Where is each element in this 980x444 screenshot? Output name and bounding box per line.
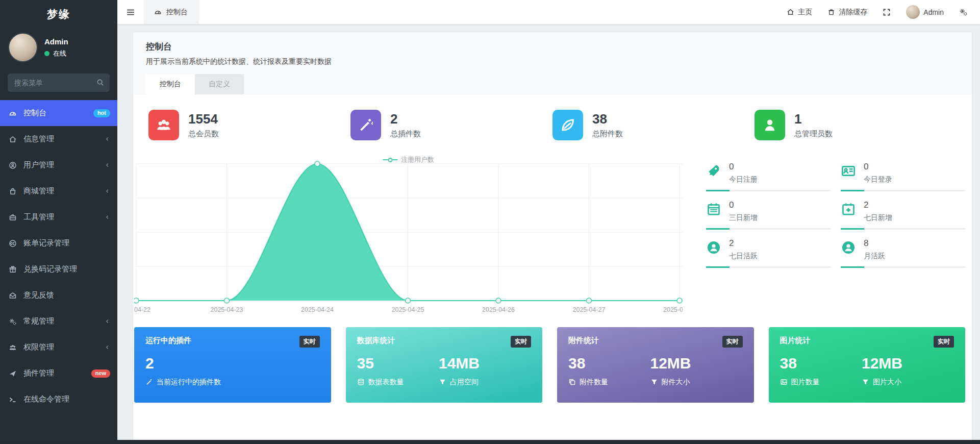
stat-label: 总插件数 — [390, 129, 421, 139]
avatar[interactable] — [8, 33, 38, 62]
divider — [706, 266, 831, 268]
realtime-cards: 运行中的插件 实时 2 当前运行中的插件数 — [134, 327, 965, 403]
user-circle-icon — [841, 238, 856, 255]
clear-cache-button[interactable]: 清除缓存 — [827, 8, 867, 17]
sidebar-item-feedback[interactable]: 意见反馈 — [0, 282, 117, 308]
tab-dashboard[interactable]: 控制台 — [146, 74, 195, 94]
user-circle-icon — [706, 238, 721, 255]
svg-text:04-22: 04-22 — [134, 306, 150, 313]
cogs-icon — [959, 8, 968, 16]
mini-label: 三日新增 — [729, 213, 758, 223]
mini-value: 0 — [729, 162, 758, 172]
magic-wand-icon — [145, 378, 153, 386]
sidebar-item-label: 在线命令管理 — [23, 394, 69, 404]
sidebar-item-label: 账单记录管理 — [23, 238, 69, 248]
stat-total-members: 1554 总会员数 — [148, 110, 350, 140]
main-area: 控制台 主页 清除缓存 Admin 控 — [117, 0, 980, 444]
mini-stat-monthly-active: 8 月活跃 — [841, 235, 965, 274]
mini-value: 8 — [864, 238, 885, 249]
area-chart-canvas: 04-222025-04-232025-04-242025-04-252025-… — [134, 158, 683, 315]
metric-value: 2 — [145, 354, 320, 373]
new-badge: new — [91, 369, 110, 378]
id-card-icon — [841, 162, 856, 179]
stat-value: 38 — [592, 111, 623, 127]
sidebar-item-general[interactable]: 常规管理 — [0, 308, 117, 334]
sidebar-item-label: 信息管理 — [23, 134, 54, 144]
sidebar-item-mall[interactable]: 商城管理 — [0, 178, 117, 204]
user-icon — [9, 161, 17, 169]
bill-cc-icon — [9, 239, 17, 248]
chart-row: 注册用户数 04-222025-04-232025-04-242025-04-2… — [133, 158, 972, 315]
hot-badge: hot — [93, 109, 110, 117]
topbar-user-menu[interactable]: Admin — [906, 5, 944, 19]
divider — [841, 228, 965, 230]
metric-value: 38 — [568, 354, 650, 373]
sidebar-toggle-button[interactable] — [117, 0, 144, 24]
legend-item[interactable]: 注册用户数 — [383, 155, 434, 164]
chevron-left-icon — [105, 344, 110, 350]
gift-icon — [9, 265, 17, 274]
card-running-plugins: 运行中的插件 实时 2 当前运行中的插件数 — [134, 327, 331, 403]
chevron-left-icon — [105, 188, 110, 194]
home-label: 主页 — [798, 8, 812, 17]
sidebar-item-permissions[interactable]: 权限管理 — [0, 334, 117, 360]
chevron-left-icon — [105, 214, 110, 220]
mini-stat-three-day-new: 0 三日新增 — [706, 197, 831, 235]
realtime-badge: 实时 — [299, 336, 320, 348]
sidebar-item-redeem-codes[interactable]: 兑换码记录管理 — [0, 256, 117, 282]
members-icon — [148, 110, 179, 140]
calendar-icon — [706, 200, 721, 217]
sidebar-item-label: 意见反馈 — [23, 290, 54, 300]
sidebar-menu: 控制台 hot 信息管理 用户管理 商城管理 工具管理 账单记录管理 — [0, 100, 117, 444]
brand-logo[interactable]: 梦缘 — [0, 0, 117, 29]
online-dot-icon — [44, 51, 49, 56]
feedback-envelope-icon — [9, 291, 17, 300]
sidebar-item-label: 插件管理 — [23, 368, 54, 378]
trash-icon — [827, 8, 835, 16]
sidebar-item-dashboard[interactable]: 控制台 hot — [0, 100, 117, 126]
svg-text:2025-04-24: 2025-04-24 — [301, 306, 334, 313]
search-input[interactable] — [8, 73, 110, 92]
mini-value: 0 — [864, 162, 892, 172]
stat-value: 1554 — [188, 111, 219, 127]
realtime-badge: 实时 — [934, 336, 954, 348]
expand-icon — [883, 8, 891, 16]
divider — [841, 266, 965, 268]
divider — [706, 190, 831, 191]
database-icon — [357, 378, 365, 386]
metric-value: 38 — [780, 354, 862, 373]
user-panel: Admin 在线 — [0, 29, 117, 71]
shop-bag-icon — [9, 187, 17, 195]
svg-text:2025-04-27: 2025-04-27 — [573, 306, 606, 313]
image-icon — [780, 378, 788, 386]
stat-total-attachments: 38 总附件数 — [552, 110, 755, 140]
metric-value: 12MB — [650, 354, 733, 373]
chevron-left-icon — [105, 162, 110, 168]
home-link[interactable]: 主页 — [787, 8, 812, 17]
dashboard-icon — [9, 109, 17, 117]
fullscreen-button[interactable] — [883, 8, 891, 16]
panel-heading: 控制台 用于展示当前系统中的统计数据、统计报表及重要实时数据 控制台 自定义 — [133, 32, 972, 94]
sidebar-item-plugins[interactable]: 插件管理 new — [0, 360, 117, 386]
terminal-icon — [9, 396, 17, 404]
svg-text:2025-04-26: 2025-04-26 — [482, 306, 515, 313]
stat-value: 1 — [794, 111, 833, 127]
realtime-badge: 实时 — [722, 336, 743, 348]
sidebar-item-info[interactable]: 信息管理 — [0, 126, 117, 152]
metric-value: 14MB — [439, 354, 521, 373]
sidebar-item-billing[interactable]: 账单记录管理 — [0, 230, 117, 256]
svg-text:2025-04-28: 2025-04-28 — [663, 306, 683, 313]
topbar-tab-dashboard[interactable]: 控制台 — [144, 0, 198, 24]
metric-value: 12MB — [862, 354, 944, 373]
settings-button[interactable] — [959, 8, 968, 16]
users-group-icon — [9, 343, 17, 352]
tab-custom[interactable]: 自定义 — [195, 74, 244, 94]
mini-stat-today-registered: 0 今日注册 — [706, 159, 831, 197]
sidebar-item-users[interactable]: 用户管理 — [0, 152, 117, 178]
mini-label: 七日新增 — [864, 213, 892, 223]
content: 控制台 用于展示当前系统中的统计数据、统计报表及重要实时数据 控制台 自定义 1… — [117, 24, 980, 444]
home-icon — [9, 135, 17, 143]
sidebar-item-online-commands[interactable]: 在线命令管理 — [0, 386, 117, 412]
mini-label: 今日登录 — [864, 175, 892, 184]
sidebar-item-tools[interactable]: 工具管理 — [0, 204, 117, 230]
